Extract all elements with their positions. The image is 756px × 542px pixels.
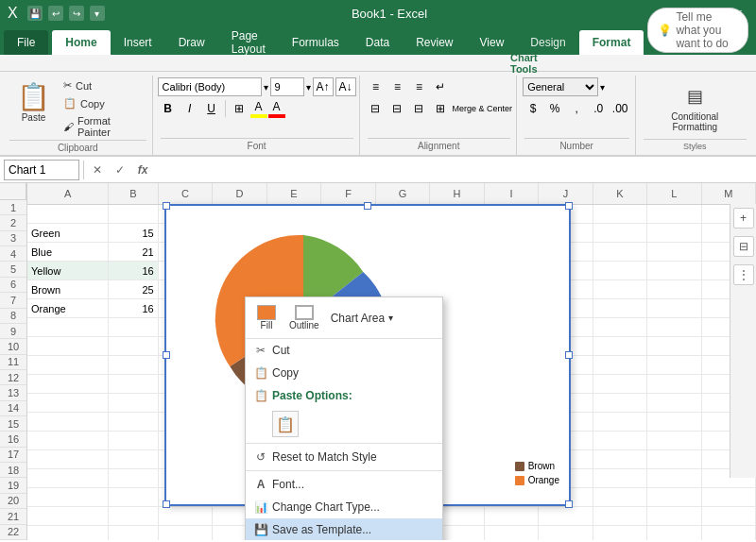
chart-area-dropdown[interactable]: ▾ bbox=[388, 313, 393, 323]
tab-page-layout[interactable]: Page Layout bbox=[218, 30, 279, 55]
chart-handle-mr[interactable] bbox=[565, 351, 573, 359]
number-format-dropdown[interactable]: ▾ bbox=[600, 82, 605, 93]
format-painter-button[interactable]: 🖌 Format Painter bbox=[60, 113, 146, 140]
undo-icon-btn[interactable]: ↩ bbox=[48, 6, 63, 21]
formula-cancel-btn[interactable]: ✕ bbox=[88, 161, 107, 179]
conditional-formatting-btn[interactable]: ▤ Conditional Formatting bbox=[644, 77, 747, 136]
col-m[interactable]: M bbox=[702, 183, 756, 204]
redo-icon-btn[interactable]: ↪ bbox=[69, 6, 84, 21]
formula-input[interactable] bbox=[156, 160, 752, 180]
ctx-item-font[interactable]: A Font... bbox=[246, 473, 442, 496]
cell-l2[interactable] bbox=[647, 224, 701, 243]
cell-a4[interactable]: Yellow bbox=[27, 262, 109, 280]
col-b[interactable]: B bbox=[109, 183, 159, 204]
cell-b5[interactable]: 25 bbox=[109, 280, 159, 299]
col-e[interactable]: E bbox=[267, 183, 321, 204]
tab-format[interactable]: Format bbox=[579, 30, 644, 55]
save-icon-btn[interactable]: 💾 bbox=[27, 6, 43, 21]
align-top-center[interactable]: ≡ bbox=[387, 77, 407, 96]
ctx-item-save-template[interactable]: 💾 Save as Template... bbox=[246, 518, 442, 540]
italic-button[interactable]: I bbox=[180, 99, 200, 118]
ctx-item-copy[interactable]: 📋 Copy bbox=[246, 362, 442, 384]
cell-a3[interactable]: Blue bbox=[27, 243, 109, 262]
cell-k5[interactable] bbox=[593, 280, 647, 299]
ctx-item-paste-options[interactable]: 📋 Paste Options: bbox=[246, 384, 442, 407]
tell-me-bar[interactable]: 💡 Tell me what you want to do bbox=[647, 8, 748, 53]
align-bottom-left[interactable]: ⊟ bbox=[365, 99, 386, 118]
cell-b3[interactable]: 21 bbox=[109, 243, 159, 262]
chart-handle-bl[interactable] bbox=[163, 500, 170, 508]
merge-center-btn[interactable]: ⊞ bbox=[430, 99, 451, 118]
cell-k4[interactable] bbox=[593, 262, 647, 280]
name-box[interactable] bbox=[4, 160, 79, 180]
chart-handle-tl[interactable] bbox=[163, 202, 170, 210]
col-g[interactable]: G bbox=[376, 183, 430, 204]
percent-btn[interactable]: % bbox=[544, 99, 565, 118]
tab-insert[interactable]: Insert bbox=[111, 30, 165, 55]
ctx-fill-btn[interactable]: Fill bbox=[253, 303, 280, 332]
tab-home[interactable]: Home bbox=[52, 30, 110, 55]
paste-button[interactable]: 📋 Paste bbox=[9, 77, 58, 127]
col-j[interactable]: J bbox=[539, 183, 593, 204]
formula-confirm-btn[interactable]: ✓ bbox=[111, 161, 129, 179]
cell-b2[interactable]: 15 bbox=[109, 224, 159, 243]
cell-a1[interactable] bbox=[27, 205, 109, 224]
cell-k6[interactable] bbox=[593, 299, 647, 318]
align-top-left[interactable]: ≡ bbox=[365, 77, 386, 96]
ctx-outline-btn[interactable]: Outline bbox=[285, 303, 323, 332]
font-increase-btn[interactable]: A↑ bbox=[313, 77, 334, 96]
cut-button[interactable]: ✂ Cut bbox=[60, 77, 146, 93]
tab-draw[interactable]: Draw bbox=[165, 30, 218, 55]
tab-formulas[interactable]: Formulas bbox=[279, 30, 352, 55]
ctx-item-change-chart[interactable]: 📊 Change Chart Type... bbox=[246, 496, 442, 518]
chart-handle-tr[interactable] bbox=[565, 202, 573, 210]
col-i[interactable]: I bbox=[485, 183, 539, 204]
filter-icon-btn[interactable]: ⊟ bbox=[733, 236, 754, 257]
add-icon-btn[interactable]: + bbox=[733, 208, 754, 229]
font-decrease-btn[interactable]: A↓ bbox=[335, 77, 356, 96]
formula-fx-btn[interactable]: fx bbox=[133, 161, 152, 179]
cell-b1[interactable] bbox=[109, 205, 159, 224]
chart-handle-tc[interactable] bbox=[364, 202, 371, 210]
cell-b6[interactable]: 16 bbox=[109, 299, 159, 318]
align-bottom-right[interactable]: ⊟ bbox=[408, 99, 429, 118]
zoom-icon-btn[interactable]: ⋮ bbox=[733, 264, 754, 285]
underline-button[interactable]: U bbox=[201, 99, 222, 118]
cell-l4[interactable] bbox=[647, 262, 701, 280]
tab-design[interactable]: Design bbox=[517, 30, 578, 55]
ctx-item-reset[interactable]: ↺ Reset to Match Style bbox=[246, 446, 442, 468]
wrap-text-btn[interactable]: ↵ bbox=[430, 77, 451, 96]
cell-b4[interactable]: 16 bbox=[109, 262, 159, 280]
cell-k1[interactable] bbox=[593, 205, 647, 224]
font-size-input[interactable] bbox=[270, 77, 304, 96]
copy-button[interactable]: 📋 Copy bbox=[60, 95, 146, 111]
font-color-btn[interactable]: A bbox=[268, 100, 285, 118]
decrease-decimal-btn[interactable]: .0 bbox=[588, 99, 609, 118]
cell-l3[interactable] bbox=[647, 243, 701, 262]
cell-a2[interactable]: Green bbox=[27, 224, 109, 243]
comma-btn[interactable]: , bbox=[566, 99, 587, 118]
bold-button[interactable]: B bbox=[158, 99, 179, 118]
number-format-select[interactable]: General bbox=[523, 77, 598, 96]
align-bottom-center[interactable]: ⊟ bbox=[387, 99, 407, 118]
col-a[interactable]: A bbox=[27, 183, 109, 204]
fill-color-btn[interactable]: A bbox=[250, 100, 267, 118]
col-h[interactable]: H bbox=[430, 183, 484, 204]
chart-handle-br[interactable] bbox=[565, 500, 573, 508]
font-name-dropdown[interactable]: ▾ bbox=[264, 82, 268, 93]
chart-handle-ml[interactable] bbox=[163, 351, 170, 359]
ctx-item-cut[interactable]: ✂ Cut bbox=[246, 339, 442, 362]
col-l[interactable]: L bbox=[647, 183, 701, 204]
increase-decimal-btn[interactable]: .00 bbox=[610, 99, 630, 118]
font-size-dropdown[interactable]: ▾ bbox=[306, 82, 311, 93]
cell-a5[interactable]: Brown bbox=[27, 280, 109, 299]
paste-icon-btn[interactable]: 📋 bbox=[272, 411, 299, 437]
tab-data[interactable]: Data bbox=[352, 30, 403, 55]
customize-dropdown[interactable]: ▾ bbox=[90, 6, 105, 21]
font-name-input[interactable] bbox=[158, 77, 262, 96]
align-top-right[interactable]: ≡ bbox=[408, 77, 429, 96]
col-f[interactable]: F bbox=[321, 183, 375, 204]
tab-file[interactable]: File bbox=[4, 30, 48, 55]
cell-a7[interactable] bbox=[27, 318, 109, 337]
cell-l5[interactable] bbox=[647, 280, 701, 299]
